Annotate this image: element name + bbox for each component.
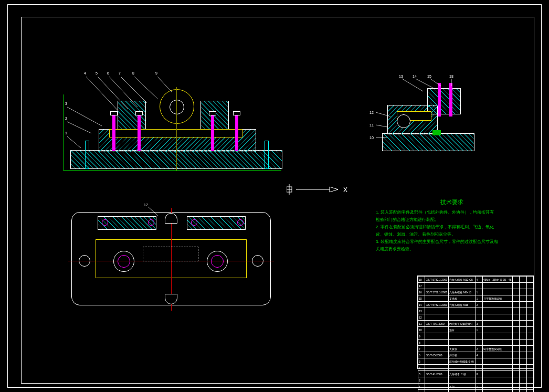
parts-list-row: 17: [418, 283, 534, 289]
parts-list-row: 1支架1: [418, 384, 534, 390]
parts-list-row: 5双头螺柱与螺母-B 级: [418, 358, 534, 365]
parts-list-row: 14GB/T 5782.1-2000六角头螺栓 M162: [418, 302, 534, 308]
parts-list-row: 9: [418, 333, 534, 340]
svg-marker-38: [330, 187, 338, 192]
svg-text:6: 6: [107, 71, 109, 75]
cad-canvas: 4 5 6 7 8 9 1 2 3 13 14 15 18 10 11 12: [0, 0, 549, 392]
svg-text:9: 9: [155, 71, 157, 75]
tech-req-line: 检验部门的合格证方能进行装配。: [376, 216, 528, 224]
svg-text:X: X: [343, 186, 347, 194]
svg-text:17: 17: [144, 203, 148, 207]
parts-list-row: 10垫片1: [418, 327, 534, 333]
side-section-view: [376, 79, 481, 168]
tech-req-line: 1. 装入装配的零件及部件（包括外购件、外协件），均须按其有: [376, 209, 528, 216]
svg-text:8: 8: [132, 71, 134, 75]
parts-list-row: 18GB/T 5782.1-2000六角头螺栓 M12×25445Mn、35Mn…: [418, 277, 534, 283]
parts-list-row: 3GB/T 41-2000六角螺母 C 级8: [418, 371, 534, 377]
svg-text:10: 10: [369, 136, 374, 140]
tech-req-line: 2. 零件在装配前必须清理和清洁干净，不得有毛刺、飞边、氧化: [376, 224, 528, 231]
svg-text:15: 15: [427, 75, 431, 78]
parts-list-row: 11GB/T 79.1-2000内六角平端紧定螺钉3: [418, 321, 534, 327]
plan-view: [71, 211, 271, 308]
parts-list-row: 7支板块2铸字普通灰铸铁: [418, 346, 534, 352]
front-elevation-view: [61, 78, 287, 177]
svg-text:11: 11: [369, 123, 374, 127]
tech-req-line: 3. 装配精度应符合零件的主要配合尺寸，零件的过渡配合尺寸及相: [376, 238, 528, 246]
parts-list-row: 13: [418, 308, 534, 314]
section-direction-mark: X: [287, 183, 344, 197]
svg-text:12: 12: [369, 111, 374, 114]
parts-list-row: 8: [418, 340, 534, 346]
tech-req-title: 技术要求: [376, 198, 528, 206]
parts-list-row: 4: [418, 365, 534, 371]
svg-text:5: 5: [96, 71, 98, 75]
parts-list-row: 2: [418, 377, 534, 384]
parts-list-row: 15支承板1开字普通低碳钢: [418, 295, 534, 302]
tech-req-line: 皮、锈蚀、划屑、油污、着色剂和灰尘等。: [376, 231, 528, 238]
tech-req-line: 关精度要求要检查。: [376, 246, 528, 253]
parts-list-row: 6GB/T 65-2000开口销4: [418, 352, 534, 358]
parts-list-row: 12: [418, 314, 534, 321]
technical-requirements: 技术要求 1. 装入装配的零件及部件（包括外购件、外协件），均须按其有 检验部门…: [376, 198, 528, 253]
parts-list-row: 16GB/T 5782.1-2000六角头螺栓 M8×161: [418, 289, 534, 295]
svg-text:13: 13: [399, 75, 403, 78]
svg-text:4: 4: [84, 71, 86, 75]
parts-list-header: 序号 代号 名称 数量 材料 单件 总计 备注: [418, 390, 534, 393]
title-block: 18GB/T 5782.1-2000六角头螺栓 M12×25445Mn、35Mn…: [417, 276, 534, 369]
svg-text:7: 7: [119, 71, 121, 75]
svg-text:18: 18: [449, 75, 453, 78]
svg-text:14: 14: [413, 75, 417, 78]
parts-list-table: 18GB/T 5782.1-2000六角头螺栓 M12×25445Mn、35Mn…: [418, 276, 534, 392]
